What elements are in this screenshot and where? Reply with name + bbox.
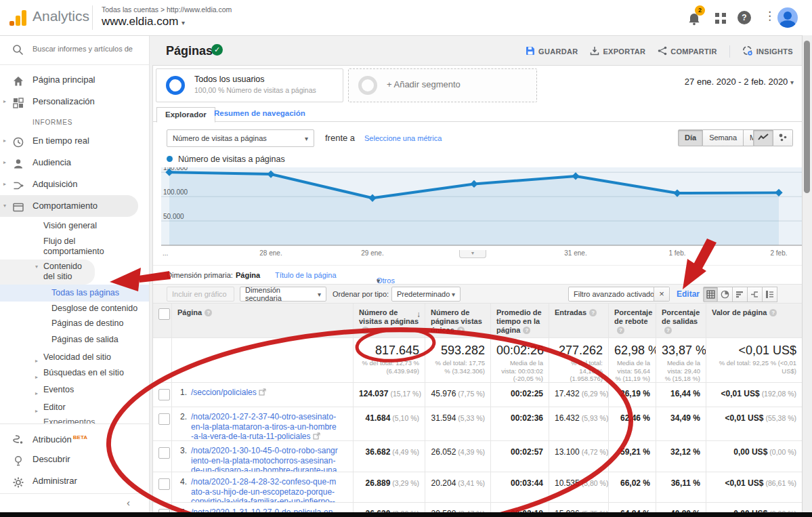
dimension-titulo-link[interactable]: Título de la página [275, 271, 337, 279]
header-divider [92, 5, 93, 30]
data-view-button[interactable] [703, 287, 718, 302]
help-icon[interactable]: ? [205, 309, 212, 316]
sidebar-item-administrar[interactable]: Administrar [0, 470, 149, 492]
row-checkbox[interactable] [158, 413, 170, 425]
property-selector[interactable]: www.eldia.com ▾ [102, 15, 185, 28]
page-link[interactable]: /nota/2020-1-27-2-37-40-otro-asesinato-e… [191, 412, 339, 441]
tab-resumen-navegacion[interactable]: Resumen de navegación [214, 109, 305, 117]
col-header-rebote[interactable]: Porcentaje de rebote? [609, 304, 656, 338]
help-icon[interactable]: ? [664, 327, 672, 334]
insights-button[interactable]: INSIGHTS [742, 45, 793, 58]
secondary-dimension-dropdown[interactable]: Dimensión secundaria▾ [240, 287, 326, 302]
chart-resize-handle[interactable]: ▼ [459, 250, 486, 258]
sidebar-item-busquedas[interactable]: ▸ Búsquedas en el sitio [0, 366, 138, 381]
performance-view-button[interactable] [733, 287, 748, 302]
help-icon[interactable]: ? [523, 327, 530, 334]
apps-grid-icon[interactable] [714, 12, 729, 26]
sidebar-item-contenido-del-sitio[interactable]: ▾ Contenido del sitio [0, 260, 95, 285]
motion-chart-type-button[interactable] [773, 129, 793, 146]
external-link-icon[interactable] [257, 388, 266, 397]
sidebar-item-flujo[interactable]: Flujo del comportamiento [0, 234, 138, 260]
collapse-sidebar-icon[interactable]: ‹ [127, 497, 130, 508]
comparison-view-button[interactable] [748, 287, 763, 302]
sidebar-item-vision-general[interactable]: Visión general [0, 217, 149, 234]
row-checkbox[interactable] [158, 478, 170, 490]
chevron-down-icon: ▾ [452, 291, 455, 298]
sidebar-item-realtime[interactable]: ▸ En tiempo real [0, 130, 149, 152]
tab-explorador[interactable]: Explorador [156, 107, 215, 123]
row-checkbox-cell [153, 441, 172, 472]
date-range-picker[interactable]: 27 ene. 2020 - 2 feb. 2020 ▾ [685, 77, 794, 87]
granularity-week-button[interactable]: Semana [703, 129, 744, 146]
account-avatar[interactable] [777, 7, 798, 28]
sidebar-item-behavior[interactable]: ▾ Comportamiento [0, 195, 138, 217]
col-header-tiempo[interactable]: Promedio de tiempo en la página? [491, 304, 549, 338]
sidebar-item-eventos[interactable]: ▸ Eventos [0, 381, 149, 398]
page-cell: 2./nota/2020-1-27-2-37-40-otro-asesinato… [172, 407, 354, 441]
sidebar-item-atribucion[interactable]: AtribuciónBETA [0, 427, 149, 449]
sidebar-item-audience[interactable]: ▸ Audiencia [0, 152, 149, 173]
pivot-view-button[interactable] [763, 287, 777, 302]
segment-all-users[interactable]: Todos los usuarios 100,00 % Número de vi… [156, 68, 343, 102]
tabs-row: Explorador Resumen de navegación [153, 107, 802, 122]
granularity-day-button[interactable]: Día [678, 129, 703, 146]
col-header-pagina[interactable]: Página? [172, 304, 354, 338]
external-link-icon[interactable] [311, 432, 320, 441]
overflow-menu-icon[interactable]: ⋮ [764, 9, 779, 24]
page-link[interactable]: /nota/2020-1-30-10-45-0-otro-robo-sangri… [191, 446, 339, 472]
col-header-valor[interactable]: Valor de página? [706, 304, 802, 338]
chevron-down-icon: ▾ [318, 291, 321, 298]
sidebar-item-todas-las-paginas[interactable]: Todas las páginas [0, 285, 149, 302]
metric-dropdown[interactable]: Número de visitas a páginas ▾ [167, 129, 314, 147]
summary-value: <0,01 US$% del total: 92,25 % (<0,01 US$… [706, 338, 802, 383]
sidebar-item-paginas-salida[interactable]: Páginas de salida [0, 331, 149, 348]
row-checkbox[interactable] [158, 389, 170, 400]
sidebar-item-velocidad[interactable]: ▸ Velocidad del sitio [0, 348, 149, 366]
sidebar-item-desglose[interactable]: Desglose de contenido [0, 302, 138, 316]
page-link[interactable]: /seccion/policiales [191, 388, 339, 398]
page-cell: 4./nota/2020-1-28-4-28-32-confeso-que-ma… [172, 472, 354, 503]
sidebar-item-customization[interactable]: ▸ Personalización [0, 91, 149, 112]
select-metric-link[interactable]: Seleccione una métrica [364, 134, 442, 142]
help-icon[interactable]: ? [589, 309, 597, 316]
sidebar-item-home[interactable]: Página principal [0, 69, 149, 91]
sidebar-bottom: AtribuciónBETA Descubrir Administrar ‹ [0, 423, 149, 512]
sidebar-item-paginas-destino[interactable]: Páginas de destino [0, 316, 138, 331]
help-icon[interactable]: ? [457, 327, 465, 334]
analytics-logo-icon[interactable] [9, 9, 27, 26]
row-checkbox[interactable] [158, 447, 170, 459]
save-button[interactable]: GUARDAR [526, 46, 578, 57]
export-button[interactable]: EXPORTAR [590, 46, 645, 57]
sort-type-dropdown[interactable]: Predeterminado▾ [391, 287, 461, 302]
col-header-entradas[interactable]: Entradas? [549, 304, 609, 338]
select-all-checkbox[interactable] [158, 308, 170, 320]
edit-filter-link[interactable]: Editar [677, 289, 700, 299]
percentage-view-button[interactable] [718, 287, 733, 302]
col-header-paginas-unicas[interactable]: Número de páginas vistas únicas? [425, 304, 491, 338]
line-chart-type-button[interactable] [753, 129, 773, 146]
page-link[interactable]: /nota/2020-1-28-4-28-32-confeso-que-mato… [191, 477, 339, 503]
col-header-salidas[interactable]: Porcentaje de salidas? [656, 304, 706, 338]
share-button[interactable]: COMPARTIR [658, 46, 717, 57]
help-icon[interactable]: ? [362, 327, 369, 334]
row-index: 3. [173, 446, 187, 456]
clear-filter-icon[interactable]: × [654, 287, 669, 301]
vertical-scrollbar[interactable] [802, 35, 812, 512]
dimension-pagina[interactable]: Página [236, 271, 260, 279]
search-input[interactable] [31, 44, 142, 54]
sidebar-item-descubrir[interactable]: Descubrir [0, 449, 149, 470]
add-segment-button[interactable]: + Añadir segmento [348, 68, 537, 102]
sidebar-item-acquisition[interactable]: ▸ Adquisición [0, 173, 149, 195]
help-icon[interactable]: ? [617, 327, 624, 334]
help-icon[interactable]: ? [769, 309, 777, 316]
collapse-icon: ▾ [35, 262, 38, 272]
exit-rate-cell: 34,49 % [656, 407, 706, 441]
help-icon[interactable]: ? [738, 11, 752, 26]
unique-views-cell: 20.204(3,41 %) [425, 472, 491, 503]
sidebar-item-editor[interactable]: ▸ Editor [0, 398, 149, 416]
bottom-black-bar [0, 512, 812, 517]
breadcrumb[interactable]: Todas las cuentas > http://www.eldia.com [102, 5, 232, 14]
report-actions: GUARDAR EXPORTAR COMPARTIR INSIGHTS [526, 45, 793, 58]
scrollbar-thumb[interactable] [804, 41, 810, 193]
col-header-visitas[interactable]: Número de visitas a páginas?↓ [354, 304, 425, 338]
